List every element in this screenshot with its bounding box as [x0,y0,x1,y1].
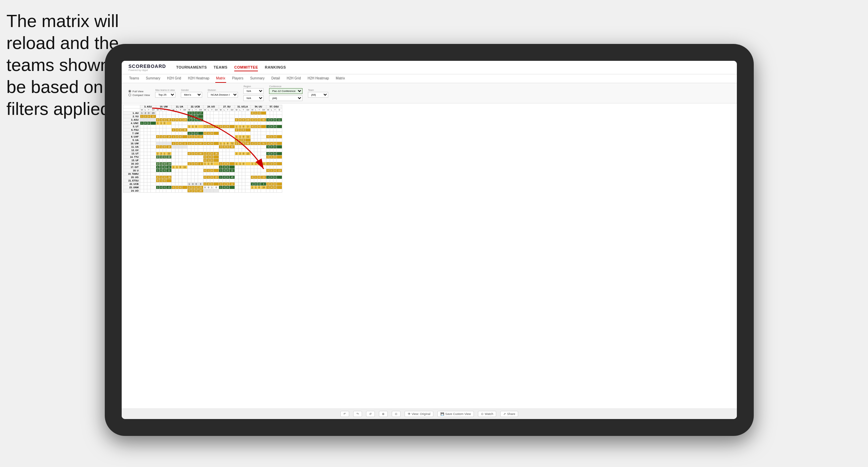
redo-button[interactable]: ↷ [353,411,362,417]
subnav-summary2[interactable]: Summary [249,74,265,83]
nav-rankings[interactable]: RANKINGS [265,64,286,71]
conference-select-2[interactable]: (All) [269,95,303,101]
undo-button[interactable]: ↶ [340,411,349,417]
matrix-cell: 14 [166,135,172,139]
matrix-cell [210,135,214,139]
subnav-matrix[interactable]: Matrix [215,74,226,83]
division-select[interactable]: NCAA Division I NCAA Division II [208,92,238,98]
subnav-summary[interactable]: Summary [145,74,161,83]
row-label: 22. UCB [123,182,140,186]
matrix-cell: 1 [172,135,175,139]
subnav-players[interactable]: Players [232,74,244,83]
matrix-cell: 2 [235,152,239,155]
subnav-h2h-heatmap2[interactable]: H2H Heatmap [307,74,330,83]
matrix-cell: 0 [273,155,277,159]
matrix-cell: 0 [156,179,160,182]
matrix-cell [166,128,172,132]
matrix-cell [144,186,147,189]
matrix-cell [163,125,166,128]
matrix-cell: 90 [166,118,172,122]
matrix-cell [182,145,188,149]
view-original-button[interactable]: 👁 View: Original [405,411,433,417]
matrix-cell: 0 [203,169,207,172]
matrix-cell [191,176,194,179]
matrix-cell [270,172,273,176]
matrix-cell: 2 [144,112,147,115]
matrix-cell [175,155,179,159]
matrix-cell: 0 [273,176,277,179]
max-teams-select[interactable]: Top 25 Top 10 All [155,92,175,98]
matrix-cell: 0 [210,182,214,186]
max-teams-filter: Max teams in view Top 25 Top 10 All [155,89,175,98]
matrix-cell: 1 [140,115,144,118]
matrix-cell [163,142,166,145]
matrix-cell: 0 [226,186,230,189]
matrix-cell: 20 [198,189,203,193]
matrix-cell [182,189,188,193]
row-label: 20. UG [123,176,140,179]
row-label: 21. ETSU [123,179,140,182]
subnav-h2h-grid2[interactable]: H2H Grid [286,74,302,83]
undo-icon: ↶ [343,412,346,416]
save-custom-button[interactable]: 💾 Save Custom View [437,411,474,417]
reset-button[interactable]: ↺ [366,411,375,417]
matrix-cell: 1 [219,162,223,166]
team-select[interactable]: (All) [308,92,328,98]
region-select[interactable]: N/A (All) [243,88,264,94]
matrix-cell [238,115,242,118]
gender-select[interactable]: Men's Women's [181,92,202,98]
full-view-radio[interactable]: Full View [128,90,150,93]
matrix-cell: 0 [258,112,261,115]
matrix-cell [150,176,156,179]
matrix-cell [207,135,210,139]
nav-tournaments[interactable]: TOURNAMENTS [176,64,207,71]
subnav-matrix2[interactable]: Matrix [335,74,345,83]
sh-l7: L [238,108,242,112]
matrix-cell [207,112,210,115]
table-row: 10. UW1301113032040110722506612051140 [123,142,282,145]
matrix-cell [214,166,219,169]
matrix-cell [191,149,194,152]
matrix-cell [140,142,144,145]
conference-select[interactable]: Pac-12 Conference (All) [269,88,303,94]
matrix-cell [144,118,147,122]
subnav-teams[interactable]: Teams [128,74,140,83]
share-button[interactable]: ⇗ Share [500,411,518,417]
matrix-cell [160,182,163,186]
matrix-cell: 6 [238,118,242,122]
matrix-cell: 0 [242,142,245,145]
compact-view-radio[interactable]: Compact View [128,94,150,97]
matrix-cell [175,182,179,186]
matrix-cell: 0 [258,162,261,166]
matrix-cell: 4 [223,145,226,149]
zoom-button[interactable]: ⊕ [379,411,388,417]
subnav-h2h-grid[interactable]: H2H Grid [166,74,182,83]
row-label: 12. UV [123,149,140,152]
watch-button[interactable]: ⊙ Watch [478,411,496,417]
matrix-cell [147,172,150,176]
matrix-cell: 1 [254,176,258,179]
settings-button[interactable]: ⊙ [392,411,401,417]
row-label: 8. UAF [123,135,140,139]
matrix-cell [160,112,163,115]
subnav-h2h-heatmap[interactable]: H2H Heatmap [187,74,210,83]
region-select-2[interactable]: N/A [243,95,264,101]
matrix-cell [166,182,172,186]
matrix-cell [166,115,172,118]
matrix-cell: 0 [188,135,191,139]
matrix-scroll-area[interactable]: 3. ASU 10. UW 11. UA 22. UCB 24. UO 27. … [122,103,737,409]
subnav-detail[interactable]: Detail [271,74,281,83]
matrix-cell: 0 [203,186,207,189]
matrix-cell: 0 [194,135,198,139]
matrix-cell: 35 [182,128,188,132]
matrix-cell [223,139,226,142]
matrix-cell: 0 [163,179,166,182]
matrix-cell: 0 [147,122,150,125]
matrix-cell [235,122,239,125]
nav-teams[interactable]: TEAMS [214,64,227,71]
nav-committee[interactable]: COMMITTEE [234,64,258,71]
sh-l6: L [223,108,226,112]
matrix-cell: 0 [226,162,230,166]
matrix-cell: 0 [273,135,277,139]
matrix-cell [144,172,147,176]
